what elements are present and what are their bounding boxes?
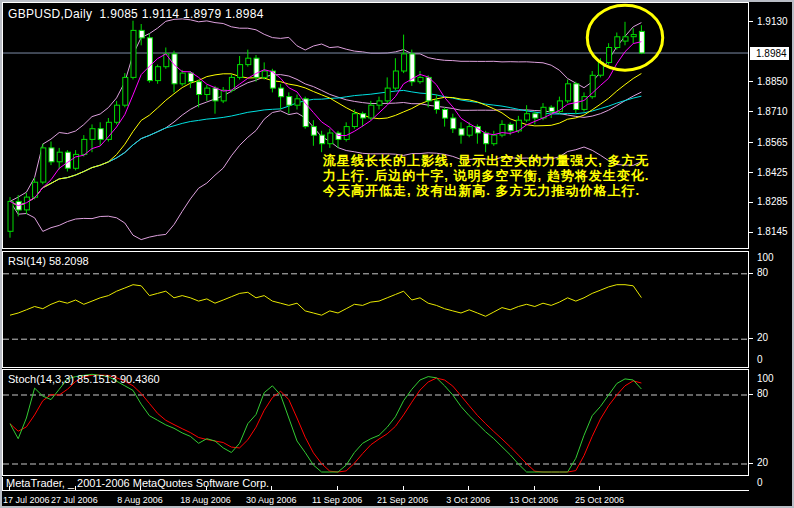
chart-window: GBPUSD,Daily 1.9085 1.9114 1.8979 1.8984… bbox=[0, 0, 794, 508]
price-tick-mark bbox=[749, 21, 753, 22]
candle bbox=[582, 92, 587, 111]
candle bbox=[221, 87, 226, 103]
date-tick-mark bbox=[599, 486, 600, 491]
candle bbox=[197, 80, 202, 108]
candle bbox=[147, 34, 152, 83]
candle bbox=[525, 105, 530, 122]
candle bbox=[156, 65, 161, 84]
candle bbox=[607, 43, 612, 64]
candle bbox=[123, 73, 128, 107]
price-tick-mark bbox=[749, 172, 753, 173]
date-tick-mark bbox=[534, 486, 535, 491]
candle bbox=[8, 197, 13, 238]
candle bbox=[631, 28, 636, 43]
candle bbox=[164, 48, 169, 69]
candle bbox=[262, 62, 267, 79]
date-tick-mark bbox=[468, 486, 469, 491]
date-label: 13 Oct 2006 bbox=[509, 495, 558, 505]
candle bbox=[213, 86, 218, 114]
date-tick-mark bbox=[206, 486, 207, 491]
candle bbox=[98, 122, 103, 146]
ohlc-values-label bbox=[92, 7, 99, 21]
candle bbox=[180, 70, 185, 86]
rsi-tick-label: 100 bbox=[757, 252, 774, 263]
candle bbox=[287, 92, 292, 113]
date-tick-mark bbox=[75, 486, 76, 491]
candle bbox=[426, 75, 431, 107]
candle bbox=[639, 25, 644, 54]
date-label: 27 Jul 2006 bbox=[51, 495, 98, 505]
candle bbox=[615, 33, 620, 50]
stoch-tick-label: 100 bbox=[757, 373, 774, 384]
candle bbox=[41, 144, 46, 185]
candle bbox=[131, 21, 136, 80]
main-chart-panel[interactable]: GBPUSD,Daily 1.9085 1.9114 1.8979 1.8984… bbox=[2, 2, 749, 249]
candle bbox=[336, 131, 341, 148]
candle bbox=[393, 58, 398, 90]
price-tick-label: 1.8285 bbox=[757, 196, 788, 207]
candle bbox=[115, 101, 120, 125]
symbol-timeframe-label: GBPUSD,Daily bbox=[8, 7, 92, 21]
rsi-label: RSI(14) 58.2098 bbox=[8, 255, 89, 267]
main-chart-canvas bbox=[3, 3, 748, 248]
candle bbox=[402, 35, 407, 74]
rsi-tick-mark bbox=[749, 273, 753, 274]
candle bbox=[320, 131, 325, 152]
candle bbox=[33, 178, 38, 199]
stoch-signal-line bbox=[10, 375, 641, 472]
candle bbox=[385, 77, 390, 103]
date-tick-mark bbox=[403, 486, 404, 491]
stochastic-canvas bbox=[3, 370, 748, 475]
ohlc-values: 1.9085 1.9114 1.8979 1.8984 bbox=[100, 7, 264, 21]
price-tick-label: 1.8850 bbox=[757, 76, 788, 87]
candle bbox=[139, 24, 144, 45]
date-label: 11 Sep 2006 bbox=[312, 495, 362, 505]
candle bbox=[533, 112, 538, 125]
candle bbox=[549, 105, 554, 118]
stoch-main-line bbox=[10, 374, 641, 472]
candle bbox=[295, 95, 300, 110]
rsi-tick-label: 0 bbox=[757, 354, 763, 365]
rsi-indicator-panel[interactable]: RSI(14) 58.2098 bbox=[2, 251, 749, 368]
candle bbox=[459, 122, 464, 143]
candle bbox=[410, 50, 415, 86]
candle bbox=[443, 107, 448, 126]
time-axis[interactable]: 17 Jul 200627 Jul 20068 Aug 200618 Aug 2… bbox=[2, 492, 749, 508]
rsi-tick-label: 20 bbox=[757, 332, 768, 343]
candle bbox=[434, 95, 439, 114]
price-axis[interactable]: 1.91301.88501.87101.85651.84251.82851.81… bbox=[749, 2, 790, 506]
date-label: 3 Oct 2006 bbox=[446, 495, 490, 505]
candle bbox=[566, 80, 571, 104]
annotation-line-1: 流星线长长的上影线, 显示出空头的力量强大, 多方无 bbox=[323, 153, 747, 168]
candle bbox=[74, 150, 79, 170]
annotation-line-2: 力上行. 后边的十字, 说明多空平衡, 趋势将发生变化. bbox=[323, 168, 747, 183]
price-tick-label: 1.8425 bbox=[757, 167, 788, 178]
candle bbox=[205, 85, 210, 101]
rsi-tick-label: 80 bbox=[757, 267, 768, 278]
price-tick-label: 1.9130 bbox=[757, 16, 788, 27]
chart-title: GBPUSD,Daily 1.9085 1.9114 1.8979 1.8984 bbox=[8, 7, 264, 21]
candle bbox=[311, 120, 316, 146]
stoch-tick-mark bbox=[749, 394, 753, 395]
candle bbox=[344, 122, 349, 141]
annotation-line-3: 今天高开低走, 没有出新高. 多方无力推动价格上行. bbox=[323, 183, 747, 198]
rsi-tick-mark bbox=[749, 338, 753, 339]
candle bbox=[57, 148, 62, 169]
stoch-tick-label: 80 bbox=[757, 388, 768, 399]
date-label: 17 Jul 2006 bbox=[3, 495, 50, 505]
candle bbox=[492, 131, 497, 146]
candle bbox=[500, 120, 505, 137]
price-tick-mark bbox=[749, 81, 753, 82]
candle bbox=[377, 97, 382, 110]
date-label: 21 Sep 2006 bbox=[377, 495, 428, 505]
stochastic-indicator-panel[interactable]: Stoch(14,3,3) 85.1513 90.4360 bbox=[2, 369, 749, 476]
stochastic-label: Stoch(14,3,3) 85.1513 90.4360 bbox=[8, 373, 160, 385]
price-tick-label: 1.8565 bbox=[757, 137, 788, 148]
price-tick-mark bbox=[749, 232, 753, 233]
date-tick-mark bbox=[140, 486, 141, 491]
candle bbox=[254, 55, 259, 82]
stoch-tick-label: 20 bbox=[757, 457, 768, 468]
candle bbox=[451, 114, 456, 133]
copyright-text: MetaTrader, _ 2001-2006 MetaQuotes Softw… bbox=[2, 477, 749, 491]
date-label: 30 Aug 2006 bbox=[246, 495, 297, 505]
